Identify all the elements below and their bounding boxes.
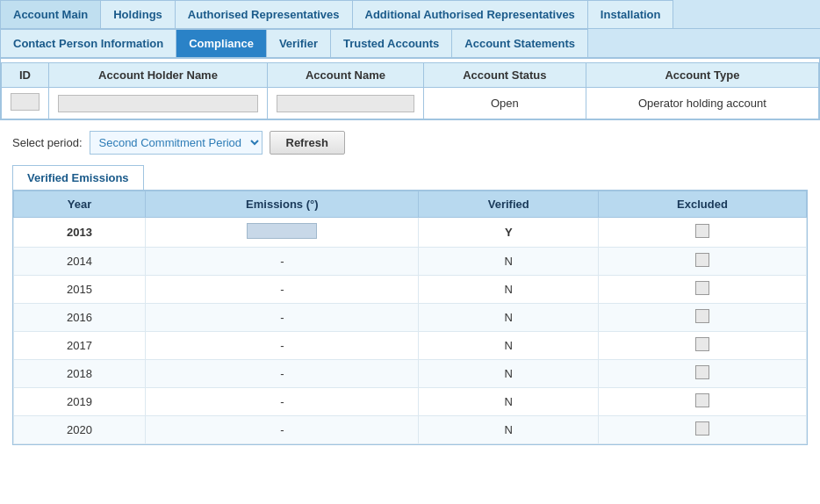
excluded-checkbox[interactable] xyxy=(695,393,709,407)
tabs-row2: Contact Person Information Compliance Ve… xyxy=(0,29,820,58)
ve-cell-emissions: - xyxy=(146,276,419,304)
ve-cell-verified: N xyxy=(419,276,598,304)
excluded-checkbox[interactable] xyxy=(695,253,709,267)
ve-cell-year: 2013 xyxy=(14,218,146,248)
ve-table: Year Emissions (°) Verified Excluded 201… xyxy=(13,191,807,444)
refresh-button[interactable]: Refresh xyxy=(270,131,345,155)
excluded-checkbox[interactable] xyxy=(695,337,709,351)
excluded-checkbox[interactable] xyxy=(695,365,709,379)
ve-col-emissions: Emissions (°) xyxy=(146,191,419,218)
ve-cell-emissions: - xyxy=(146,304,419,332)
ve-cell-year: 2020 xyxy=(14,416,146,444)
ve-cell-emissions: - xyxy=(146,360,419,388)
tab-account-statements[interactable]: Account Statements xyxy=(452,29,588,57)
col-account-name: Account Name xyxy=(268,63,424,88)
ve-cell-year: 2019 xyxy=(14,388,146,416)
tab-authorised-representatives[interactable]: Authorised Representatives xyxy=(176,0,353,28)
ve-row: 2013Y xyxy=(14,218,807,248)
verified-emissions-tab: Verified Emissions xyxy=(12,165,144,190)
ve-cell-excluded[interactable] xyxy=(598,248,806,276)
tab-verifier[interactable]: Verifier xyxy=(267,29,331,57)
cell-account-name xyxy=(268,88,424,119)
ve-cell-emissions[interactable] xyxy=(146,218,419,248)
ve-cell-year: 2016 xyxy=(14,304,146,332)
ve-row: 2017-N xyxy=(14,332,807,360)
ve-col-excluded: Excluded xyxy=(598,191,806,218)
excluded-checkbox[interactable] xyxy=(695,421,709,436)
period-select[interactable]: Second Commitment Period First Commitmen… xyxy=(90,131,263,155)
ve-cell-excluded[interactable] xyxy=(598,360,806,388)
cell-holder-name xyxy=(49,88,268,119)
ve-cell-emissions: - xyxy=(146,248,419,276)
ve-cell-verified: N xyxy=(419,388,598,416)
ve-cell-excluded[interactable] xyxy=(598,332,806,360)
ve-col-year: Year xyxy=(14,191,146,218)
ve-table-wrapper: Year Emissions (°) Verified Excluded 201… xyxy=(12,190,808,445)
select-period-label: Select period: xyxy=(12,136,83,149)
cell-status: Open xyxy=(423,88,586,119)
tab-contact-person-information[interactable]: Contact Person Information xyxy=(0,29,176,57)
cell-type: Operator holding account xyxy=(586,88,818,119)
ve-cell-emissions: - xyxy=(146,388,419,416)
select-period-row: Select period: Second Commitment Period … xyxy=(0,120,820,165)
cell-id xyxy=(2,88,49,119)
excluded-checkbox[interactable] xyxy=(695,309,709,323)
ve-cell-emissions: - xyxy=(146,332,419,360)
verified-emissions-section: Verified Emissions Year Emissions (°) Ve… xyxy=(12,165,808,445)
holder-name-input-display xyxy=(58,95,258,112)
col-account-type: Account Type xyxy=(586,63,818,88)
ve-row: 2018-N xyxy=(14,360,807,388)
tab-compliance[interactable]: Compliance xyxy=(176,29,267,57)
ve-cell-excluded[interactable] xyxy=(598,416,806,444)
account-row: Open Operator holding account xyxy=(2,88,819,119)
tab-holdings[interactable]: Holdings xyxy=(101,0,176,28)
id-input-display xyxy=(11,93,40,111)
ve-cell-verified: N xyxy=(419,360,598,388)
tab-additional-authorised-representatives[interactable]: Additional Authorised Representatives xyxy=(353,0,588,28)
ve-cell-excluded[interactable] xyxy=(598,304,806,332)
ve-row: 2014-N xyxy=(14,248,807,276)
ve-col-verified: Verified xyxy=(419,191,598,218)
ve-cell-year: 2014 xyxy=(14,248,146,276)
tab-installation[interactable]: Installation xyxy=(588,0,674,28)
ve-cell-excluded[interactable] xyxy=(598,388,806,416)
ve-cell-emissions: - xyxy=(146,416,419,444)
excluded-checkbox[interactable] xyxy=(695,224,709,238)
tabs-row1: Account Main Holdings Authorised Represe… xyxy=(0,0,820,29)
account-name-input-display xyxy=(277,95,414,112)
ve-row: 2020-N xyxy=(14,416,807,444)
account-info-table: ID Account Holder Name Account Name Acco… xyxy=(1,62,819,119)
ve-row: 2015-N xyxy=(14,276,807,304)
tab-trusted-accounts[interactable]: Trusted Accounts xyxy=(331,29,452,57)
account-info-wrapper: ID Account Holder Name Account Name Acco… xyxy=(0,58,820,120)
ve-cell-verified: N xyxy=(419,248,598,276)
tab-account-main[interactable]: Account Main xyxy=(0,0,101,28)
ve-row: 2019-N xyxy=(14,388,807,416)
ve-cell-year: 2018 xyxy=(14,360,146,388)
ve-cell-excluded[interactable] xyxy=(598,218,806,248)
col-holder-name: Account Holder Name xyxy=(49,63,268,88)
col-id: ID xyxy=(2,63,49,88)
ve-cell-year: 2015 xyxy=(14,276,146,304)
ve-cell-verified: N xyxy=(419,304,598,332)
emissions-input-display xyxy=(247,223,317,239)
ve-cell-verified: Y xyxy=(419,218,598,248)
ve-cell-year: 2017 xyxy=(14,332,146,360)
excluded-checkbox[interactable] xyxy=(695,281,709,295)
ve-cell-verified: N xyxy=(419,416,598,444)
ve-cell-verified: N xyxy=(419,332,598,360)
ve-row: 2016-N xyxy=(14,304,807,332)
ve-cell-excluded[interactable] xyxy=(598,276,806,304)
col-account-status: Account Status xyxy=(423,63,586,88)
